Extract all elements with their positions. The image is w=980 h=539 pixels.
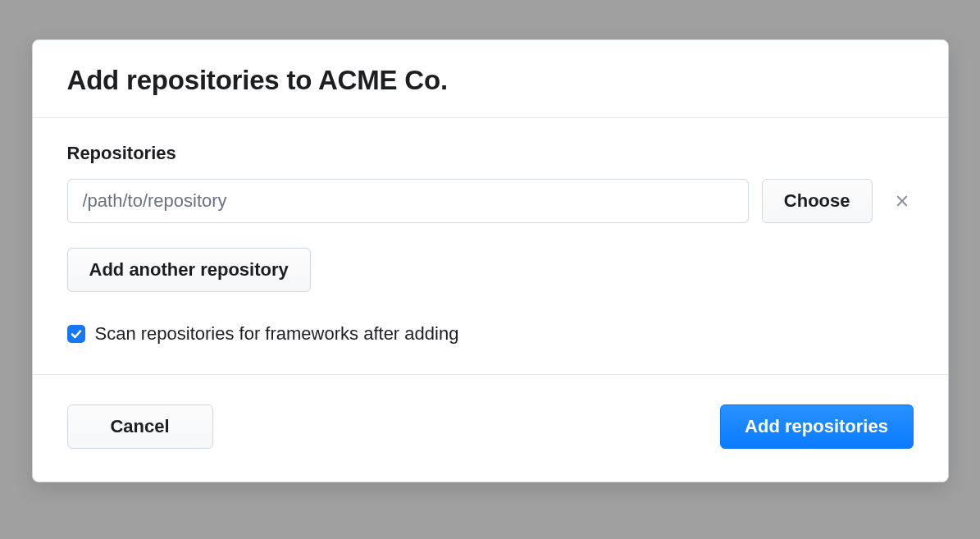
add-another-repository-button[interactable]: Add another repository	[67, 248, 311, 292]
add-repositories-button[interactable]: Add repositories	[720, 404, 914, 449]
remove-repository-icon[interactable]	[891, 190, 914, 212]
repositories-label: Repositories	[67, 143, 914, 164]
dialog-body: Repositories Choose Add another reposito…	[33, 118, 948, 375]
choose-button[interactable]: Choose	[762, 179, 873, 223]
scan-checkbox-row: Scan repositories for frameworks after a…	[67, 323, 914, 345]
dialog-title: Add repositories to ACME Co.	[67, 65, 914, 96]
repository-row: Choose	[67, 179, 914, 223]
scan-frameworks-checkbox[interactable]	[67, 325, 85, 343]
dialog-header: Add repositories to ACME Co.	[33, 40, 948, 118]
repository-path-input[interactable]	[67, 179, 749, 223]
scan-frameworks-label[interactable]: Scan repositories for frameworks after a…	[95, 323, 459, 345]
add-repositories-dialog: Add repositories to ACME Co. Repositorie…	[32, 39, 949, 482]
dialog-footer: Cancel Add repositories	[33, 375, 948, 482]
cancel-button[interactable]: Cancel	[67, 404, 213, 449]
